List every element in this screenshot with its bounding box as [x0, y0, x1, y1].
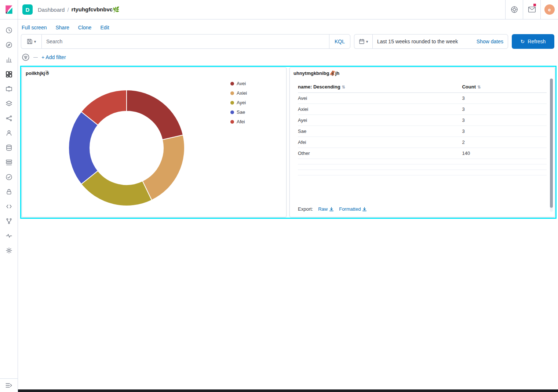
pie-chart-panel: poilkhjkj☃ AveiAxieiAyeiSaeAfei — [22, 67, 287, 217]
name-cell — [298, 164, 462, 170]
refresh-icon: ↻ — [521, 39, 525, 44]
sidebar-item-stack[interactable] — [3, 156, 15, 168]
sidebar-item-dashboard[interactable] — [3, 68, 15, 80]
legend-item-Ayei[interactable]: Ayei — [230, 100, 247, 105]
uptime-icon — [6, 174, 12, 181]
refresh-button[interactable]: ↻ Refresh — [512, 34, 554, 49]
panel-title: uhnytmgkbnibg🦧jh — [290, 68, 555, 76]
sidebar-item-machine-learning[interactable] — [3, 112, 15, 124]
filter-divider — [33, 57, 38, 58]
kql-button[interactable]: KQL — [329, 35, 350, 48]
collapse-menu-button[interactable] — [0, 378, 18, 392]
name-cell: Avei — [298, 93, 462, 104]
notifications-button[interactable] — [523, 0, 540, 19]
legend-item-Afei[interactable]: Afei — [230, 119, 247, 124]
sidebar-item-fork[interactable] — [3, 215, 15, 227]
table-row: Other140 — [298, 148, 547, 159]
legend-label: Axiei — [237, 90, 247, 96]
date-picker-menu-button[interactable]: ▾ — [354, 34, 372, 49]
sidebar-item-users[interactable] — [3, 127, 15, 139]
count-cell: 3 — [462, 115, 547, 126]
count-cell: 3 — [462, 104, 547, 115]
sidebar-item-maps[interactable] — [3, 97, 15, 110]
export-formatted-link[interactable]: Formatted — [339, 206, 367, 212]
donut-slice-Avei[interactable] — [127, 90, 183, 140]
breadcrumb-dashboard[interactable]: Dashboard — [38, 7, 65, 13]
legend-label: Afei — [237, 119, 245, 124]
security-icon — [6, 188, 12, 195]
count-cell: 140 — [462, 148, 547, 159]
space-badge[interactable]: D — [22, 4, 33, 15]
notification-badge — [533, 3, 536, 7]
count-cell — [462, 170, 547, 175]
table-row-empty — [298, 164, 547, 170]
user-avatar: e — [544, 4, 555, 15]
visualize-icon — [6, 56, 12, 63]
table-row: Afei2 — [298, 137, 547, 148]
sidebar-item-storage[interactable] — [3, 141, 15, 154]
filter-bar: + Add filter — [22, 53, 558, 61]
scrollbar-thumb[interactable] — [550, 79, 553, 208]
dashboard-icon — [6, 71, 12, 78]
table-row: Axiei3 — [298, 104, 547, 115]
full-screen-link[interactable]: Full screen — [22, 25, 47, 30]
dashboard-selection-region[interactable]: poilkhjkj☃ AveiAxieiAyeiSaeAfei uhnytmgk… — [20, 66, 557, 219]
sidebar-item-dev-tools[interactable] — [3, 200, 15, 213]
sidebar-item-security[interactable] — [3, 185, 15, 198]
kibana-logo[interactable] — [0, 0, 18, 19]
table-row-empty — [298, 159, 547, 164]
donut-slice-Sae[interactable] — [69, 112, 98, 184]
legend-item-Sae[interactable]: Sae — [230, 109, 247, 115]
export-raw-link[interactable]: Raw — [318, 206, 334, 212]
show-dates-link[interactable]: Show dates — [477, 39, 503, 44]
sidebar-item-discover[interactable] — [3, 39, 15, 51]
breadcrumb-separator: / — [67, 7, 69, 13]
add-filter-link[interactable]: + Add filter — [41, 54, 66, 60]
help-button[interactable] — [505, 0, 523, 19]
download-icon — [362, 207, 367, 211]
edit-link[interactable]: Edit — [100, 25, 109, 30]
refresh-label: Refresh — [528, 39, 546, 44]
users-icon — [6, 130, 12, 137]
time-range-text[interactable]: Last 15 weeks rounded to the week — [377, 39, 474, 44]
stack-icon — [6, 159, 12, 166]
legend-swatch — [230, 101, 234, 105]
legend-item-Axiei[interactable]: Axiei — [230, 90, 247, 96]
table-row: Sae3 — [298, 126, 547, 137]
count-cell — [462, 164, 547, 170]
legend-swatch — [230, 120, 234, 124]
main-content: Full screen Share Clone Edit ▾ KQL ▾ — [18, 19, 558, 392]
donut-slice-Axiei[interactable] — [142, 135, 185, 200]
sidebar-item-monitoring[interactable] — [3, 229, 15, 242]
save-icon — [27, 39, 33, 44]
user-menu-button[interactable]: e — [540, 0, 558, 19]
fork-icon — [6, 218, 12, 225]
search-input[interactable] — [42, 39, 329, 44]
sort-icon[interactable]: ⇅ — [477, 85, 481, 89]
date-range-field: Last 15 weeks rounded to the week Show d… — [372, 34, 508, 49]
donut-chart — [22, 76, 227, 220]
query-bar: ▾ KQL ▾ Last 15 weeks rounded to the wee… — [21, 34, 555, 49]
panel-scrollbar — [550, 79, 553, 212]
top-header: D Dashboard / rtyuhgfcvbnbvc🌿 e — [0, 0, 558, 19]
sidebar-item-recently-viewed[interactable] — [3, 24, 15, 36]
machine-learning-icon — [6, 115, 12, 122]
sidebar-item-uptime[interactable] — [3, 171, 15, 183]
legend-label: Ayei — [237, 100, 246, 105]
sort-icon[interactable]: ⇅ — [342, 85, 345, 89]
filter-icon[interactable] — [22, 53, 30, 61]
column-header-name[interactable]: name: Descending⇅ — [298, 81, 462, 93]
clone-link[interactable]: Clone — [78, 25, 92, 30]
legend-item-Avei[interactable]: Avei — [230, 81, 247, 86]
sidebar-item-canvas[interactable] — [3, 83, 15, 95]
column-header-count[interactable]: Count⇅ — [462, 81, 547, 93]
table-row: Ayei3 — [298, 115, 547, 126]
legend-swatch — [230, 91, 234, 95]
recently-viewed-icon — [6, 27, 12, 34]
sidebar-item-visualize[interactable] — [3, 53, 15, 66]
sidebar-item-settings[interactable] — [3, 244, 15, 257]
legend-label: Sae — [237, 109, 245, 115]
share-link[interactable]: Share — [55, 25, 69, 30]
maps-icon — [6, 100, 12, 107]
saved-query-menu-button[interactable]: ▾ — [21, 34, 41, 49]
